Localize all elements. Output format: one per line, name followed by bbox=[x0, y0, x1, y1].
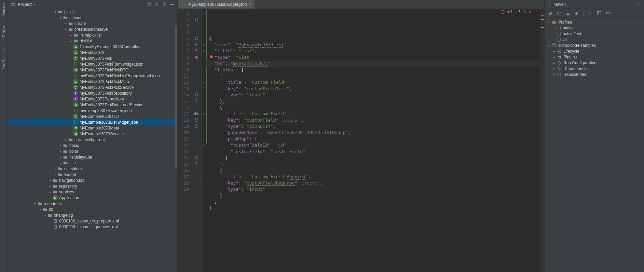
tree-item[interactable]: ▸picklist bbox=[8, 38, 177, 44]
maven-tree-item[interactable]: ▸Repositories bbox=[545, 71, 644, 77]
hide-icon[interactable]: — bbox=[169, 2, 175, 7]
maven-download-icon[interactable] bbox=[565, 11, 571, 16]
maven-execute-icon[interactable] bbox=[596, 11, 602, 16]
tree-item[interactable]: CMyEntity3073PickPickDTO bbox=[8, 67, 177, 73]
tree-arrow-icon[interactable]: ▸ bbox=[59, 155, 63, 159]
tree-item[interactable]: CCxboxMyExample3073Controller bbox=[8, 44, 177, 50]
profile-checkbox[interactable] bbox=[557, 26, 561, 30]
tree-item[interactable]: ▸widget bbox=[8, 172, 177, 177]
maven-toggle-offline-icon[interactable] bbox=[605, 11, 611, 16]
tree-item[interactable]: CMyEntity3073TestDataLoadService bbox=[8, 102, 177, 108]
highlight-level-icon[interactable] bbox=[501, 10, 505, 14]
maven-generate-sources-icon[interactable] bbox=[556, 11, 562, 16]
tree-arrow-icon[interactable]: ▸ bbox=[69, 39, 73, 43]
tree-arrow-icon[interactable]: ▸ bbox=[59, 144, 63, 147]
prev-highlight-icon[interactable]: ᐱ bbox=[523, 10, 526, 14]
editor-body[interactable]: 1 ✓3 ᐱ ᐯ ⋮ 12345678910111213141516171819… bbox=[178, 9, 544, 272]
tree-item[interactable]: ▸inlinepicklist bbox=[8, 32, 177, 38]
tree-arrow-icon[interactable]: ▸ bbox=[54, 167, 57, 171]
tree-arrow-icon[interactable]: ▸ bbox=[49, 179, 52, 182]
tree-arrow-icon[interactable]: ▸ bbox=[64, 138, 68, 141]
tree-item[interactable]: ▸color bbox=[8, 148, 177, 154]
line-number-gutter[interactable]: 1234567891011121314151617181920212223242… bbox=[178, 9, 191, 272]
maven-tree-item[interactable]: ▸Plugins bbox=[545, 54, 644, 60]
maven-tree-item[interactable]: UI bbox=[545, 37, 644, 42]
maven-reload-icon[interactable] bbox=[547, 11, 553, 16]
tree-item[interactable]: CMyEntity3073 bbox=[8, 50, 177, 55]
tree-item[interactable]: ▾createcustomsave bbox=[8, 26, 177, 32]
tree-item[interactable]: ▸statsblock bbox=[8, 166, 177, 172]
tree-arrow-icon[interactable]: ▾ bbox=[59, 16, 63, 19]
tree-item[interactable]: ▸basic bbox=[8, 142, 177, 148]
tree-item[interactable]: CMyEntity3073Pick bbox=[8, 55, 177, 61]
maven-tree-item[interactable]: ▾Profiles bbox=[545, 19, 644, 25]
select-opened-icon[interactable] bbox=[147, 2, 152, 7]
code-area[interactable]: { "name": "MyExample3073List", "title": … bbox=[206, 9, 544, 272]
maven-tree-item[interactable]: nativeTest bbox=[545, 31, 644, 37]
maven-gear-icon[interactable] bbox=[636, 2, 641, 7]
maven-tree-item[interactable]: ▾cxbox-code-samples bbox=[545, 42, 644, 48]
tree-item[interactable]: ▾resources bbox=[8, 201, 177, 206]
icon-gutter[interactable]: +??? bbox=[191, 9, 202, 272]
editor-tab[interactable]: MyExample3073List.widget.json × bbox=[178, 0, 255, 9]
tree-item[interactable]: ▸title bbox=[8, 160, 177, 166]
tree-arrow-icon[interactable]: ▸ bbox=[59, 161, 63, 165]
warning-count[interactable]: ✓3 bbox=[516, 10, 521, 14]
tree-arrow-icon[interactable]: ▸ bbox=[49, 190, 52, 194]
rail-commit[interactable]: Commit bbox=[2, 1, 6, 17]
tree-item[interactable]: IMyEntity3073Repository bbox=[8, 96, 177, 102]
maven-tree-item[interactable]: ▸Dependencies bbox=[545, 66, 644, 71]
tree-item[interactable]: CMyExample3073Service bbox=[8, 131, 177, 137]
error-count[interactable]: 1 bbox=[507, 10, 513, 14]
maven-run-icon[interactable] bbox=[587, 11, 593, 16]
tree-item[interactable]: myexample3073.screen.json bbox=[8, 108, 177, 113]
tree-item[interactable]: 0000100_cxbox_db_prepare.xml bbox=[8, 218, 177, 224]
tree-item[interactable]: ▾changelog bbox=[8, 212, 177, 218]
maven-add-icon[interactable] bbox=[574, 11, 579, 16]
project-view-dropdown-icon[interactable]: ▾ bbox=[34, 2, 36, 6]
gear-icon[interactable] bbox=[162, 2, 167, 7]
rail-project[interactable]: Project bbox=[2, 24, 6, 38]
tree-item[interactable]: ▾actions bbox=[8, 15, 177, 21]
tree-item[interactable]: MyExample3073List.widget.json bbox=[8, 119, 177, 125]
tree-item[interactable]: ▸create bbox=[8, 21, 177, 26]
tree-arrow-icon[interactable]: ▸ bbox=[59, 150, 63, 153]
expand-all-icon[interactable] bbox=[154, 2, 160, 7]
tree-arrow-icon[interactable]: ▾ bbox=[33, 202, 37, 205]
tree-item[interactable]: ▸fieldslayoute bbox=[8, 154, 177, 160]
tree-arrow-icon[interactable]: ▾ bbox=[43, 214, 47, 217]
tree-item[interactable]: CMyExample3073DTO bbox=[8, 113, 177, 119]
tree-item[interactable]: CMyEntity3073PickPickMeta bbox=[8, 79, 177, 84]
tree-arrow-icon[interactable]: ▾ bbox=[54, 10, 57, 14]
tree-item[interactable]: ▸createwithparent bbox=[8, 137, 177, 142]
tree-arrow-icon[interactable]: ▸ bbox=[64, 22, 68, 25]
tree-arrow-icon[interactable]: ▸ bbox=[69, 33, 73, 37]
inspection-menu-icon[interactable]: ⋮ bbox=[534, 10, 538, 14]
maven-tree[interactable]: ▾ProfilesnativenativeTestUI▾cxbox-code-s… bbox=[545, 18, 644, 272]
tree-item[interactable]: CMyExample3073Meta bbox=[8, 125, 177, 131]
tree-item[interactable]: myEntity3073PickForm.widget.json bbox=[8, 61, 177, 67]
maven-tree-item[interactable]: native bbox=[545, 25, 644, 31]
next-highlight-icon[interactable]: ᐯ bbox=[529, 10, 532, 14]
tree-item[interactable]: 0000200_cxbox_sequences.xml bbox=[8, 224, 177, 230]
project-tree-scrollbar[interactable] bbox=[175, 9, 177, 272]
tree-arrow-icon[interactable]: ▸ bbox=[54, 173, 57, 176]
error-bulb-icon[interactable] bbox=[210, 55, 213, 58]
tree-item[interactable]: IMyEntity3073PickRepository bbox=[8, 90, 177, 96]
tree-item[interactable]: ▸services bbox=[8, 189, 177, 195]
profile-checkbox[interactable] bbox=[557, 32, 561, 36]
tree-item[interactable]: ▾db bbox=[8, 206, 177, 212]
tree-item[interactable]: CMyEntity3073PickPickService bbox=[8, 84, 177, 90]
inspection-widget[interactable]: 1 ✓3 ᐱ ᐯ ⋮ bbox=[501, 10, 538, 14]
maven-tree-item[interactable]: ▸Run Configurations bbox=[545, 60, 644, 66]
tree-item[interactable]: CApplication bbox=[8, 195, 177, 201]
tree-arrow-icon[interactable]: ▸ bbox=[49, 185, 52, 188]
tree-arrow-icon[interactable]: ▾ bbox=[38, 208, 42, 211]
maven-header-menu-icon[interactable]: ⋮ bbox=[547, 2, 551, 7]
rail-pull-requests[interactable]: Pull Requests bbox=[2, 45, 6, 71]
tree-item[interactable]: ▸repository bbox=[8, 183, 177, 189]
project-tree[interactable]: ▾picklist▾actions▸create▾createcustomsav… bbox=[8, 9, 177, 272]
maven-tree-item[interactable]: ▸Lifecycle bbox=[545, 48, 644, 54]
close-tab-icon[interactable]: × bbox=[249, 2, 251, 7]
tree-item[interactable]: ▾picklist bbox=[8, 9, 177, 15]
